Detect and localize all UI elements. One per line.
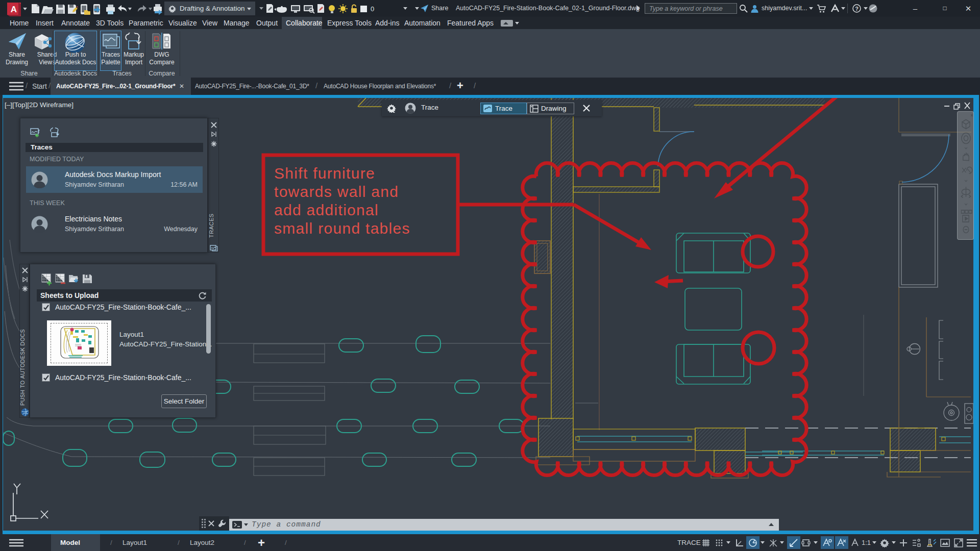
svg-text:small round tables: small round tables bbox=[274, 220, 410, 237]
svg-text:?: ? bbox=[855, 6, 859, 12]
svg-text:Shift furniture: Shift furniture bbox=[274, 165, 375, 182]
svg-text:0: 0 bbox=[371, 5, 374, 13]
svg-text:add additional: add additional bbox=[274, 202, 379, 218]
svg-text:towards wall and: towards wall and bbox=[274, 183, 399, 200]
svg-text:A: A bbox=[11, 5, 17, 14]
